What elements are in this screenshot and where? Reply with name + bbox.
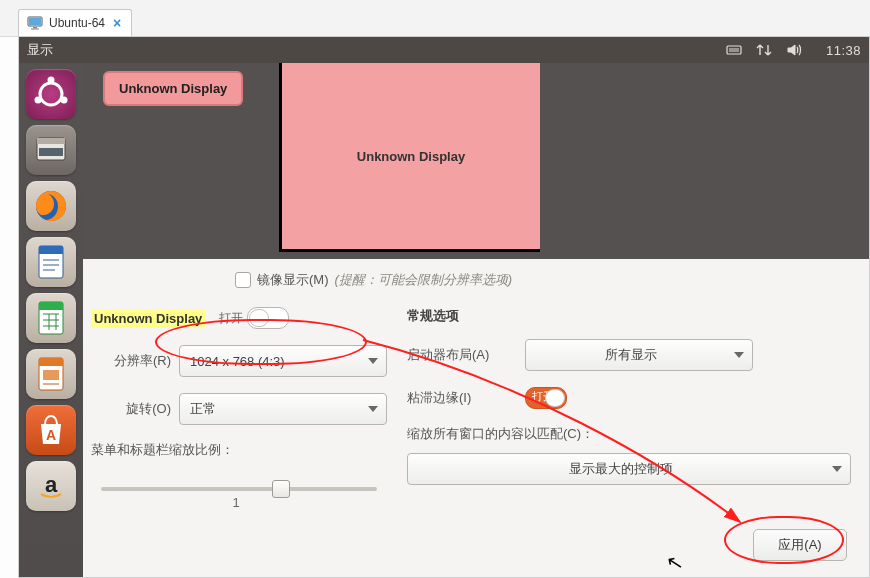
- unity-launcher: A a: [19, 63, 83, 577]
- svg-rect-2: [33, 27, 37, 29]
- svg-point-8: [48, 77, 55, 84]
- sticky-edges-label: 粘滞边缘(I): [407, 389, 517, 407]
- svg-rect-16: [39, 246, 63, 254]
- svg-text:a: a: [45, 472, 58, 497]
- svg-rect-12: [37, 138, 65, 144]
- clock[interactable]: 11:38: [826, 43, 861, 58]
- amazon-icon: a: [29, 464, 73, 508]
- bag-icon: A: [29, 408, 73, 452]
- launcher-software[interactable]: A: [26, 405, 76, 455]
- svg-rect-24: [43, 370, 59, 380]
- display-settings-window: Unknown Display Unknown Display 镜像显示(M) …: [83, 63, 869, 577]
- close-icon[interactable]: ×: [113, 15, 121, 31]
- display-chip-selected[interactable]: Unknown Display: [103, 71, 243, 106]
- launcher-placement-value: 所有显示: [605, 346, 657, 364]
- vm-tab-ubuntu[interactable]: Ubuntu-64 ×: [18, 9, 132, 37]
- display-preview-pane: Unknown Display Unknown Display: [83, 63, 869, 259]
- guest-desktop: 显示 11:38 A a: [18, 36, 870, 578]
- launcher-placement-combo[interactable]: 所有显示: [525, 339, 753, 371]
- apply-label: 应用(A): [778, 536, 821, 554]
- vm-tab-label: Ubuntu-64: [49, 16, 105, 30]
- slider-thumb[interactable]: [272, 480, 290, 498]
- display-preview-box[interactable]: Unknown Display: [279, 63, 540, 252]
- ui-scale-value: 1: [85, 495, 387, 510]
- svg-rect-3: [31, 29, 39, 30]
- chevron-down-icon: [832, 466, 842, 472]
- general-options-heading: 常规选项: [407, 307, 851, 325]
- svg-text:A: A: [46, 427, 56, 443]
- firefox-icon: [29, 184, 73, 228]
- ui-scale-label: 菜单和标题栏缩放比例：: [91, 441, 387, 459]
- rotation-value: 正常: [190, 400, 216, 418]
- writer-icon: [29, 240, 73, 284]
- sound-icon[interactable]: [786, 42, 802, 58]
- window-title: 显示: [27, 41, 53, 59]
- mirror-row: 镜像显示(M) (提醒：可能会限制分辨率选项): [235, 271, 851, 289]
- monitor-icon: [27, 15, 43, 31]
- svg-point-10: [61, 97, 68, 104]
- display-form: 镜像显示(M) (提醒：可能会限制分辨率选项) Unknown Display …: [83, 259, 869, 577]
- resolution-value: 1024 x 768 (4:3): [190, 354, 285, 369]
- files-icon: [29, 128, 73, 172]
- display-enable-label: 打开: [219, 310, 243, 327]
- svg-rect-13: [39, 148, 63, 156]
- general-options-column: 常规选项 启动器布局(A) 所有显示 粘滞边缘(I) 打开: [407, 307, 851, 510]
- network-icon[interactable]: [756, 42, 772, 58]
- sticky-edges-switch[interactable]: 打开: [525, 387, 567, 409]
- svg-point-9: [35, 97, 42, 104]
- impress-icon: [29, 352, 73, 396]
- mirror-checkbox[interactable]: [235, 272, 251, 288]
- rotation-label: 旋转(O): [91, 400, 171, 418]
- launcher-dash[interactable]: [26, 69, 76, 119]
- scale-match-label: 缩放所有窗口的内容以匹配(C)：: [407, 425, 851, 443]
- mirror-hint: (提醒：可能会限制分辨率选项): [335, 271, 513, 289]
- svg-rect-4: [727, 46, 741, 54]
- calc-icon: [29, 296, 73, 340]
- launcher-files[interactable]: [26, 125, 76, 175]
- apply-button[interactable]: 应用(A): [753, 529, 847, 561]
- launcher-calc[interactable]: [26, 293, 76, 343]
- ubuntu-icon: [29, 72, 73, 116]
- keyboard-icon[interactable]: [726, 42, 742, 58]
- host-tab-strip: Ubuntu-64 ×: [0, 0, 870, 37]
- launcher-impress[interactable]: [26, 349, 76, 399]
- display-preview-label: Unknown Display: [357, 149, 465, 164]
- resolution-combo[interactable]: 1024 x 768 (4:3): [179, 345, 387, 377]
- current-display-name: Unknown Display: [91, 309, 205, 328]
- svg-point-7: [40, 83, 62, 105]
- indicator-area: 11:38: [726, 42, 861, 58]
- chevron-down-icon: [734, 352, 744, 358]
- svg-rect-23: [39, 358, 63, 366]
- scale-match-combo[interactable]: 显示最大的控制项: [407, 453, 851, 485]
- launcher-placement-label: 启动器布局(A): [407, 346, 517, 364]
- menubar: 显示 11:38: [19, 37, 869, 63]
- launcher-writer[interactable]: [26, 237, 76, 287]
- rotation-combo[interactable]: 正常: [179, 393, 387, 425]
- ui-scale-slider[interactable]: [101, 487, 377, 491]
- chevron-down-icon: [368, 406, 378, 412]
- launcher-firefox[interactable]: [26, 181, 76, 231]
- svg-rect-1: [29, 18, 41, 25]
- per-display-column: Unknown Display 打开 分辨率(R) 1024 x 768 (4:…: [91, 307, 387, 510]
- mirror-label: 镜像显示(M): [257, 271, 329, 289]
- resolution-label: 分辨率(R): [91, 352, 171, 370]
- svg-rect-21: [39, 302, 63, 310]
- display-enable-switch[interactable]: [247, 307, 289, 329]
- launcher-amazon[interactable]: a: [26, 461, 76, 511]
- chevron-down-icon: [368, 358, 378, 364]
- scale-match-value: 显示最大的控制项: [569, 460, 673, 478]
